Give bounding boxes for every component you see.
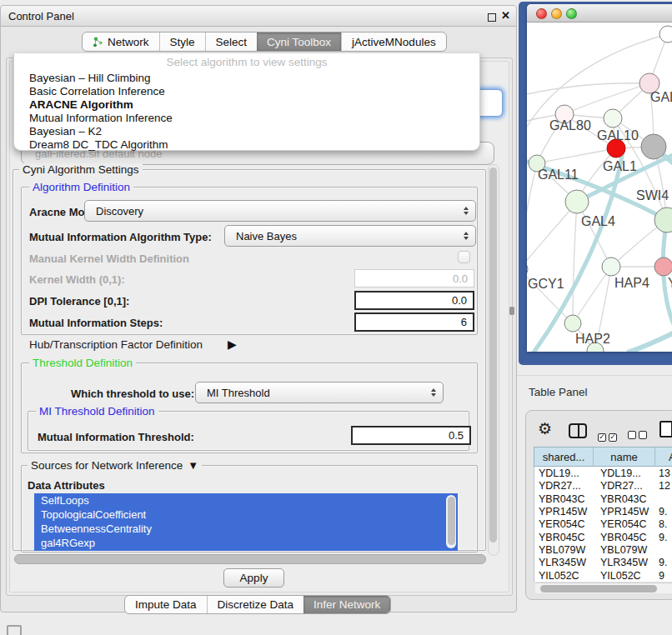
tab-cyni-toolbox[interactable]: Cyni Toolbox: [257, 32, 341, 51]
tab-style[interactable]: Style: [159, 32, 205, 51]
mi-type-combobox[interactable]: Naive Bayes: [224, 225, 476, 247]
hub-definition-label: Hub/Transcription Factor Definition: [29, 338, 203, 351]
kernel-width-field[interactable]: 0.0: [354, 269, 474, 288]
table-row[interactable]: YER054CYER054C8.: [534, 518, 672, 530]
settings-horizontal-scrollbar[interactable]: [14, 554, 486, 564]
hub-expand-arrow-icon[interactable]: ▶: [228, 338, 237, 351]
threshold-definition-title: Threshold Definition: [29, 357, 136, 369]
node-gray[interactable]: [641, 134, 666, 159]
svg-text:HAP4: HAP4: [614, 276, 649, 290]
svg-text:GAL80: GAL80: [549, 118, 591, 132]
node-hap4[interactable]: [602, 258, 620, 276]
table-row[interactable]: YDR27...YDR27...12: [534, 479, 672, 492]
table-row[interactable]: YPR145WYPR145W9.: [534, 505, 672, 518]
tab-discretize-data[interactable]: Discretize Data: [207, 596, 304, 613]
control-panel-window: Control Panel ✕ Network Style Select Cyn…: [0, 5, 517, 612]
attribute-item-selected[interactable]: TopologicalCoefficient: [34, 508, 458, 522]
data-attributes-list: SelfLoops TopologicalCoefficient Between…: [34, 493, 458, 551]
table-row[interactable]: YIL052CYIL052C9: [534, 569, 672, 582]
network-canvas[interactable]: GAL GAL80 GAL10 GAL1 GAL11 SWI4 GAL4 GCY…: [527, 22, 672, 352]
node-labels: GAL GAL80 GAL10 GAL1 GAL11 SWI4 GAL4 GCY…: [528, 90, 672, 346]
gear-icon[interactable]: ⚙: [538, 421, 552, 437]
network-graph: GAL GAL80 GAL10 GAL1 GAL11 SWI4 GAL4 GCY…: [527, 22, 672, 352]
panel-title: Control Panel: [8, 10, 74, 22]
tab-jactivemnodules[interactable]: jActiveMNodules: [341, 32, 446, 51]
table-row[interactable]: YBR043CYBR043C: [534, 492, 672, 505]
dropdown-option[interactable]: Dream8 DC_TDC Algorithm: [29, 138, 168, 151]
scrollbar-thumb[interactable]: [448, 497, 455, 545]
tab-infer-network[interactable]: Infer Network: [303, 596, 390, 613]
table-row[interactable]: YBL079WYBL079W: [534, 543, 672, 556]
mi-steps-label: Mutual Information Steps:: [29, 317, 163, 329]
table-row[interactable]: YLR345WYLR345W9.: [534, 556, 672, 568]
dropdown-option[interactable]: Mutual Information Inference: [29, 111, 173, 124]
float-panel-icon[interactable]: [488, 13, 496, 22]
svg-text:HAP2: HAP2: [575, 332, 610, 346]
zoom-traffic-light-icon[interactable]: [566, 8, 577, 19]
dropdown-option-selected[interactable]: ARACNE Algorithm: [29, 98, 133, 111]
attribute-item-selected[interactable]: BetweennessCentrality: [34, 522, 458, 536]
table-row[interactable]: YDL19...YDL19...13: [534, 467, 672, 479]
manual-kernel-label: Manual Kernel Width Definition: [29, 252, 189, 265]
combo-arrows-icon: [464, 232, 469, 240]
dropdown-option[interactable]: Bayesian – Hill Climbing: [29, 71, 151, 84]
table-horizontal-scrollbar[interactable]: [535, 582, 672, 593]
attribute-list-scrollbar[interactable]: [446, 495, 456, 548]
mi-threshold-field[interactable]: 0.5: [351, 426, 471, 445]
node-gal4[interactable]: [565, 190, 589, 213]
which-threshold-combobox[interactable]: MI Threshold: [195, 382, 444, 403]
which-threshold-label: Which threshold to use:: [71, 388, 194, 400]
svg-text:GAL1: GAL1: [603, 159, 637, 173]
minimize-traffic-light-icon[interactable]: [551, 8, 562, 19]
sources-collapse-arrow-icon[interactable]: ▼: [188, 459, 198, 472]
table-row[interactable]: YBR045CYBR045C9.: [534, 531, 672, 543]
node-gcy1[interactable]: [527, 261, 528, 278]
node-gal10[interactable]: [604, 109, 622, 128]
node[interactable]: [659, 26, 672, 42]
document-icon[interactable]: [659, 421, 672, 438]
data-attributes-label: Data Attributes: [28, 479, 105, 492]
algorithm-definition-title: Algorithm Definition: [29, 181, 133, 193]
select-all-checkboxes-icon[interactable]: ✓✓: [598, 428, 619, 442]
tab-network[interactable]: Network: [83, 32, 159, 51]
attribute-item-selected[interactable]: gal4RGexp: [34, 536, 458, 550]
node-swi4[interactable]: [654, 208, 672, 232]
table-header-row: shared... name A: [534, 447, 672, 467]
attribute-item-selected[interactable]: SelfLoops: [34, 493, 458, 508]
table-panel-title: Table Panel: [529, 386, 588, 398]
panel-splitter-handle[interactable]: [509, 307, 514, 315]
deselect-all-checkboxes-icon[interactable]: [628, 428, 649, 442]
scrollbar-thumb[interactable]: [540, 585, 657, 592]
divider: [517, 375, 672, 376]
mi-threshold-label: Mutual Information Threshold:: [38, 431, 194, 443]
network-window-titlebar: [527, 4, 672, 22]
svg-text:SWI4: SWI4: [636, 188, 669, 202]
column-header[interactable]: A: [655, 448, 672, 466]
node-salmon[interactable]: [654, 258, 672, 276]
tab-network-label: Network: [108, 36, 149, 48]
dock-panel-icon[interactable]: [7, 625, 22, 635]
close-traffic-light-icon[interactable]: [536, 8, 547, 19]
mi-steps-field[interactable]: 6: [354, 312, 474, 332]
apply-button[interactable]: Apply: [223, 568, 284, 588]
tab-impute-data[interactable]: Impute Data: [125, 596, 207, 613]
columns-icon[interactable]: [569, 423, 587, 438]
column-header[interactable]: name: [594, 448, 655, 466]
scrollbar-thumb[interactable]: [489, 168, 497, 542]
column-header[interactable]: shared...: [534, 448, 594, 466]
tab-select[interactable]: Select: [205, 32, 258, 51]
aracne-mode-combobox[interactable]: Discovery: [84, 200, 476, 222]
dpi-tolerance-field[interactable]: 0.0: [354, 291, 474, 310]
cyni-settings-title: Cyni Algorithm Settings: [19, 163, 143, 176]
svg-text:GAL10: GAL10: [597, 128, 639, 142]
node-hap2[interactable]: [564, 315, 581, 332]
close-icon[interactable]: ✕: [501, 9, 510, 22]
control-panel-tabs: Network Style Select Cyni Toolbox jActiv…: [82, 32, 447, 52]
dropdown-option[interactable]: Basic Correlation Inference: [29, 84, 165, 98]
manual-kernel-checkbox[interactable]: [458, 251, 470, 263]
dropdown-option[interactable]: Bayesian – K2: [29, 124, 102, 138]
bottom-tabs: Impute Data Discretize Data Infer Networ…: [124, 595, 391, 614]
svg-text:GAL: GAL: [650, 90, 672, 104]
mi-type-label: Mutual Information Algorithm Type:: [29, 231, 212, 243]
settings-vertical-scrollbar[interactable]: [488, 164, 499, 556]
